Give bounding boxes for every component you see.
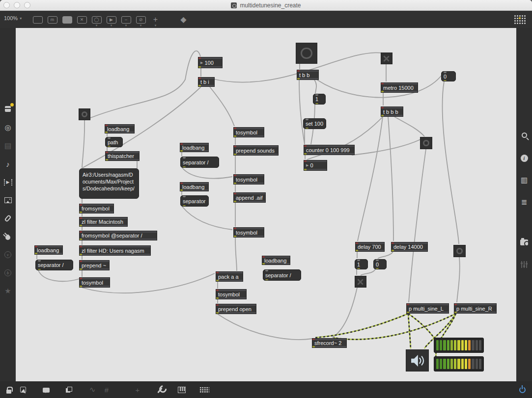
- ezdac-speaker[interactable]: [406, 349, 429, 371]
- loadbang-2[interactable]: loadbang: [34, 245, 63, 255]
- signal-cord[interactable]: [315, 314, 408, 338]
- select-tool-icon[interactable]: [16, 384, 30, 396]
- delay-700[interactable]: delay 700: [355, 242, 385, 252]
- metro-15000[interactable]: metro 15000: [381, 82, 418, 93]
- patch-cord[interactable]: [210, 87, 234, 126]
- object-box-tool[interactable]: [32, 16, 43, 24]
- slider-tool[interactable]: –▾: [121, 16, 131, 24]
- tosymbol-left[interactable]: tosymbol: [79, 277, 110, 288]
- loadbang-4[interactable]: loadbang: [180, 182, 209, 191]
- msg-separator-2[interactable]: separator /: [180, 157, 219, 168]
- button-mid[interactable]: [420, 137, 432, 149]
- tools-wrench-icon[interactable]: [153, 384, 167, 396]
- patch-cord[interactable]: [332, 288, 357, 338]
- patch-cord[interactable]: [84, 51, 200, 120]
- p-multi-sine-l[interactable]: p multi_sine_L: [406, 303, 449, 314]
- object-palette-icon[interactable]: [514, 15, 527, 25]
- loadbang-1[interactable]: loadbang: [105, 124, 135, 133]
- console-list-icon[interactable]: ≣: [517, 196, 531, 208]
- number-box-tool[interactable]: ▶▾: [106, 16, 116, 24]
- number-0[interactable]: ▶0: [304, 160, 327, 171]
- msg-0-top[interactable]: 0: [441, 71, 456, 81]
- patch-cord[interactable]: [378, 252, 393, 259]
- search-icon[interactable]: [517, 129, 531, 141]
- loadbang-5[interactable]: loadbang: [262, 256, 290, 265]
- msg-1-top[interactable]: 1: [313, 94, 326, 105]
- snippets-icon[interactable]: +: [131, 384, 144, 396]
- msg-set-100[interactable]: set 100: [303, 118, 326, 129]
- button-right[interactable]: [453, 245, 466, 257]
- paperclip-icon[interactable]: [1, 212, 15, 224]
- button-top-left[interactable]: [79, 108, 90, 120]
- lock-patcher-icon[interactable]: [2, 384, 16, 396]
- patch-cord[interactable]: [235, 238, 237, 271]
- mixer-icon[interactable]: [517, 259, 531, 270]
- midi-note-icon[interactable]: ♪: [1, 158, 15, 170]
- counter[interactable]: counter 0 100 999: [304, 145, 355, 155]
- patch-cord[interactable]: [182, 207, 232, 230]
- tosymbol-4[interactable]: tosymbol: [216, 289, 247, 299]
- msg-separator-1[interactable]: separator /: [35, 260, 73, 270]
- audio-power-icon[interactable]: [515, 384, 529, 396]
- prepend-tilde[interactable]: prepend ~: [79, 260, 110, 270]
- zl-filter-macintosh[interactable]: zl filter Macintosh: [79, 217, 128, 227]
- packages-icon[interactable]: [1, 103, 15, 115]
- patch-cord[interactable]: [218, 314, 312, 340]
- beap-icon[interactable]: b: [1, 267, 15, 279]
- image-icon[interactable]: [1, 194, 15, 206]
- zoom-level-control[interactable]: 100% ▾: [4, 15, 22, 21]
- toggle-tool[interactable]: ✕: [77, 16, 87, 24]
- patch-cord[interactable]: [352, 138, 423, 155]
- patch-cords-icon[interactable]: ∿: [85, 384, 99, 396]
- inspector-info-icon[interactable]: [517, 152, 531, 164]
- patch-cord[interactable]: [83, 87, 201, 168]
- patch-cord[interactable]: [82, 120, 84, 168]
- button-big[interactable]: [296, 43, 317, 64]
- patch-cord[interactable]: [182, 168, 232, 179]
- tosymbol-2[interactable]: tosymbol: [233, 174, 264, 185]
- loadbang-3[interactable]: loadbang: [180, 143, 209, 152]
- zl-filter-hd[interactable]: zl filter HD: Users nagasm: [79, 245, 151, 256]
- fromsymbol-1[interactable]: fromsymbol: [79, 204, 114, 213]
- add-object-tool[interactable]: +▾: [150, 16, 161, 24]
- t-b-i[interactable]: t b i: [198, 77, 215, 87]
- thispatcher[interactable]: thispatcher: [105, 151, 140, 161]
- patcher-canvas[interactable]: loadbangpaththispatcherAir3:/Users/nagas…: [16, 28, 516, 381]
- patch-cord[interactable]: [457, 257, 460, 302]
- number-100[interactable]: ▶100: [198, 57, 223, 68]
- msg-0-bottom[interactable]: 0: [373, 259, 387, 269]
- snapshot-camera-icon[interactable]: [517, 236, 531, 247]
- patch-cord[interactable]: [388, 117, 393, 241]
- tosymbol-1[interactable]: tosymbol: [233, 127, 264, 137]
- button-tool[interactable]: ◯▾: [91, 16, 102, 24]
- fromsymbol-separator[interactable]: fromsymbol @separator /: [79, 231, 157, 240]
- patch-cord[interactable]: [299, 80, 305, 144]
- p-multi-sine-r[interactable]: p multi_sine_R: [454, 303, 497, 314]
- layers-icon[interactable]: [62, 384, 76, 396]
- video-icon[interactable]: ▶: [1, 176, 15, 188]
- msg-folder-path[interactable]: Air3:/Users/nagasm/Documents/Max/Project…: [79, 168, 139, 199]
- grid-icon[interactable]: #: [100, 384, 113, 396]
- reference-icon[interactable]: ▥: [517, 174, 531, 186]
- meter-left[interactable]: [434, 338, 484, 353]
- msg-path[interactable]: path: [105, 137, 123, 147]
- objects-piano-icon[interactable]: [175, 384, 189, 396]
- toggle-top[interactable]: [381, 53, 392, 64]
- append-aif[interactable]: append .aif: [233, 192, 266, 203]
- sfrecord-2[interactable]: sfrecord~ 2: [312, 338, 347, 348]
- patch-cord[interactable]: [361, 269, 375, 275]
- prepend-open[interactable]: prepend open: [216, 304, 256, 314]
- patch-cord[interactable]: [317, 75, 442, 98]
- patch-cord[interactable]: [38, 270, 80, 281]
- favorites-star-icon[interactable]: ★: [1, 285, 15, 297]
- delay-14000[interactable]: delay 14000: [391, 242, 428, 252]
- pack-a-a[interactable]: pack a a: [216, 271, 243, 282]
- msg-separator-3[interactable]: separator: [180, 195, 209, 207]
- format-paint-tool[interactable]: ◆: [178, 16, 189, 24]
- tosymbol-3[interactable]: tosymbol: [233, 227, 264, 238]
- msg-1-bottom[interactable]: 1: [355, 259, 368, 269]
- t-b-b[interactable]: t b b: [297, 70, 319, 80]
- meter-right[interactable]: [434, 356, 484, 371]
- presentation-mode-icon[interactable]: [39, 384, 53, 396]
- prepend-sounds[interactable]: prepend sounds: [233, 145, 279, 156]
